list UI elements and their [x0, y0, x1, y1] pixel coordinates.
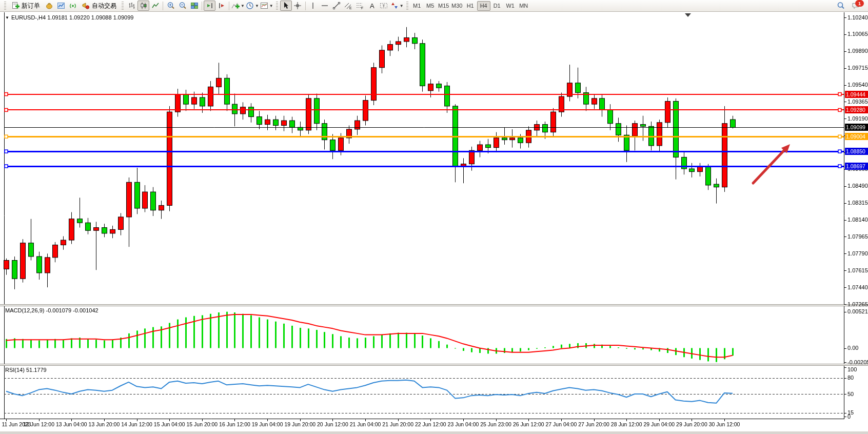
clock-icon — [246, 2, 254, 10]
horizontal-line-icon — [321, 2, 329, 10]
chevron-down-icon: ▼ — [255, 4, 259, 8]
text-button[interactable]: A — [366, 1, 378, 11]
wallet-icon — [45, 2, 53, 10]
fibonacci-icon: F — [356, 2, 364, 10]
vertical-line-icon — [309, 2, 317, 10]
text-label-icon: T — [380, 2, 388, 10]
text-label-button[interactable]: T — [378, 1, 390, 11]
toolbar-grip[interactable] — [406, 2, 408, 10]
chart-window-icon — [57, 2, 65, 10]
toolbar-grip[interactable] — [122, 2, 124, 10]
new-order-icon — [11, 2, 19, 10]
line-chart-button[interactable] — [149, 1, 161, 11]
timeframe-button-m30[interactable]: M30 — [450, 1, 464, 11]
chart-shift-button[interactable] — [215, 1, 227, 11]
zoom-in-button[interactable] — [165, 1, 176, 11]
toolbar-grip[interactable] — [4, 2, 6, 10]
bar-chart-icon — [128, 2, 136, 10]
signals-button[interactable] — [67, 1, 78, 11]
new-order-button[interactable]: 新订单 — [8, 1, 43, 11]
equidistant-channel-button[interactable]: E — [343, 1, 354, 11]
periods-button[interactable]: ▼ — [245, 1, 260, 11]
indicators-icon — [231, 2, 240, 10]
timeframe-button-m5[interactable]: M5 — [424, 1, 437, 11]
candlestick-chart-icon — [140, 2, 148, 10]
timeframe-button-mn[interactable]: MN — [517, 1, 530, 11]
notifications-button[interactable]: 1 — [850, 1, 863, 11]
search-button[interactable] — [835, 1, 846, 11]
autotrading-label: 自动交易 — [92, 2, 116, 10]
crosshair-button[interactable] — [292, 1, 304, 11]
accounts-button[interactable] — [43, 1, 55, 11]
chevron-down-icon: ▼ — [241, 4, 245, 8]
bar-chart-button[interactable] — [126, 1, 137, 11]
chevron-down-icon: ▼ — [269, 4, 273, 8]
cursor-button[interactable] — [280, 1, 292, 11]
autotrading-icon — [82, 2, 90, 10]
timeframe-button-m1[interactable]: M1 — [410, 1, 424, 11]
timeframe-button-m15[interactable]: M15 — [437, 1, 450, 11]
templates-button[interactable]: ▼ — [260, 1, 274, 11]
line-chart-icon — [151, 2, 160, 10]
price-chart-canvas[interactable] — [0, 0, 868, 434]
svg-text:T: T — [383, 4, 385, 8]
arrow-shapes-icon — [390, 2, 399, 10]
equidistant-channel-icon: E — [344, 2, 352, 10]
chevron-down-icon: ▼ — [400, 4, 404, 8]
text-icon: A — [370, 2, 374, 10]
tile-windows-icon — [190, 2, 199, 10]
cursor-icon — [282, 2, 290, 10]
zoom-out-button[interactable] — [176, 1, 188, 11]
auto-scroll-button[interactable] — [204, 1, 215, 11]
indicators-button[interactable]: ▼ — [231, 1, 245, 11]
svg-text:F: F — [361, 6, 363, 10]
timeframe-button-w1[interactable]: W1 — [504, 1, 517, 11]
trendline-icon — [332, 2, 341, 10]
timeframe-button-d1[interactable]: D1 — [490, 1, 504, 11]
svg-text:E: E — [349, 6, 352, 10]
notification-badge: 1 — [855, 0, 864, 7]
arrows-button[interactable]: ▼ — [390, 1, 404, 11]
trendline-button[interactable] — [331, 1, 343, 11]
toolbar: 新订单 自动交易 ▼ ▼ — [0, 0, 868, 12]
chart-shift-icon — [218, 2, 226, 10]
new-order-label: 新订单 — [22, 2, 40, 10]
candlestick-chart-button[interactable] — [137, 1, 149, 11]
fibonacci-button[interactable]: F — [354, 1, 366, 11]
signal-icon — [69, 2, 77, 10]
tile-windows-button[interactable] — [188, 1, 200, 11]
timeframe-button-h1[interactable]: H1 — [464, 1, 477, 11]
autotrading-button[interactable]: 自动交易 — [78, 1, 120, 11]
search-icon — [837, 2, 845, 10]
timeframe-button-h4[interactable]: H4 — [477, 1, 490, 11]
timeframe-group: M1M5M15M30H1H4D1W1MN — [410, 1, 530, 11]
charts-gallery-button[interactable] — [55, 1, 67, 11]
toolbar-grip[interactable] — [276, 2, 278, 10]
vertical-line-button[interactable] — [307, 1, 319, 11]
horizontal-line-button[interactable] — [319, 1, 331, 11]
zoom-out-icon — [179, 2, 187, 10]
crosshair-icon — [293, 2, 302, 10]
auto-scroll-icon — [206, 2, 214, 10]
template-icon — [260, 2, 268, 10]
zoom-in-icon — [167, 2, 175, 10]
